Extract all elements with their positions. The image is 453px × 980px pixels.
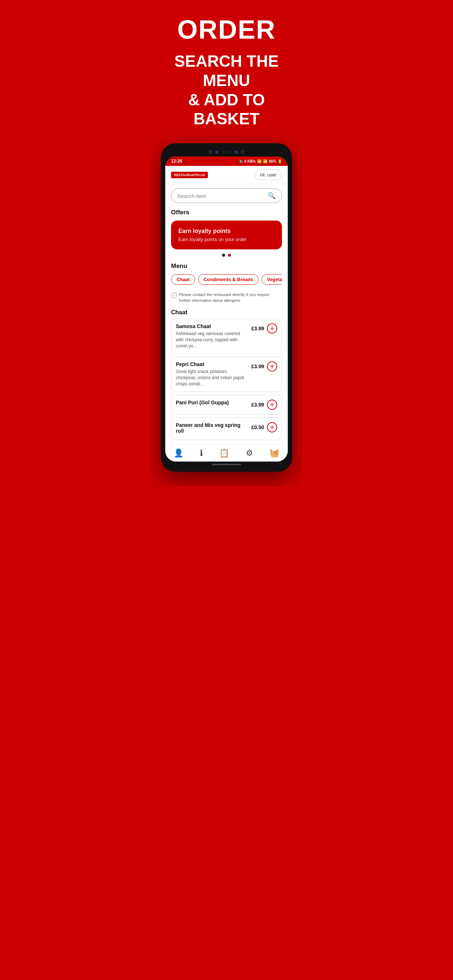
status-time: 12:26 <box>171 159 182 164</box>
offers-card-subtitle: Earn loyalty points on your order <box>179 237 274 242</box>
add-button-2[interactable]: + <box>267 361 277 372</box>
notch-sensor <box>221 151 232 153</box>
wifi-icon: 📶 <box>257 159 262 163</box>
app-content: Search item 🔍 Offers Earn loyalty points… <box>165 184 288 444</box>
nav-settings[interactable]: ⚙ <box>246 449 253 458</box>
page-wrapper: ORDER SEARCH THE MENU & ADD TO BASKET 12… <box>151 0 302 486</box>
item-price-4: £0.50 <box>251 425 264 430</box>
nav-menu[interactable]: 📋 <box>219 449 229 458</box>
item-price-3: £3.99 <box>251 402 264 407</box>
offers-section-title: Offers <box>171 209 282 216</box>
item-price-add-4: £0.50 + <box>251 422 277 433</box>
item-info-1: Samosa Chaat Ashirwaad veg samosas cover… <box>176 323 248 349</box>
allergen-info-icon: i <box>171 293 177 298</box>
allergen-notice: i Please contact the restaurant directly… <box>171 289 282 306</box>
hi-user-button[interactable]: Hi, user <box>255 170 282 180</box>
menu-item-spring-roll[interactable]: Paneer and Mix veg spring roll £0.50 + <box>171 417 282 440</box>
item-price-add-3: £3.99 + <box>251 399 277 410</box>
app-header: RESTAURANTPLUS Hi, user <box>165 166 288 184</box>
phone-screen: 12:26 🔇 0 KB/s 📶 📶 66% 🔋 RESTAURANTPLUS … <box>165 156 288 461</box>
bottom-nav: 👤 ℹ 📋 ⚙ 🧺 <box>165 444 288 461</box>
item-desc-2: Great light snack potatoes, chickpeas, o… <box>176 369 248 387</box>
nav-info[interactable]: ℹ <box>200 449 203 458</box>
item-name-3: Pani Puri (Gol Guppa) <box>176 399 248 406</box>
add-button-4[interactable]: + <box>267 422 277 433</box>
item-name-1: Samosa Chaat <box>176 323 248 329</box>
offers-card-title: Earn loyalty points <box>179 228 274 234</box>
phone-frame: 12:26 🔇 0 KB/s 📶 📶 66% 🔋 RESTAURANTPLUS … <box>161 143 292 472</box>
search-placeholder: Search item <box>177 193 268 199</box>
search-bar[interactable]: Search item 🔍 <box>171 188 282 203</box>
notch-camera <box>209 150 212 154</box>
menu-icon: 📋 <box>219 449 229 458</box>
settings-icon: ⚙ <box>246 449 253 458</box>
phone-notch <box>165 148 288 156</box>
phone-bottom <box>165 461 288 468</box>
basket-icon: 🧺 <box>270 449 279 458</box>
nav-basket[interactable]: 🧺 <box>270 449 279 458</box>
menu-item-samosa-chaat[interactable]: Samosa Chaat Ashirwaad veg samosas cover… <box>171 319 282 354</box>
menu-item-pani-puri[interactable]: Pani Puri (Gol Guppa) £3.99 + <box>171 395 282 415</box>
dot-1 <box>222 254 225 257</box>
menu-tabs: Chaat Condiments & Breads Vegetari... <box>171 274 282 285</box>
profile-icon: 👤 <box>174 449 183 458</box>
item-price-add-1: £3.99 + <box>251 323 277 334</box>
signal-icon: 📶 <box>263 159 267 163</box>
brand-logo: RESTAURANTPLUS <box>171 172 208 178</box>
item-name-2: Pepri Chaat <box>176 361 248 367</box>
category-heading: Chaat <box>171 309 282 316</box>
item-name-4: Paneer and Mix veg spring roll <box>176 422 248 434</box>
carousel-dots <box>171 254 282 257</box>
search-icon[interactable]: 🔍 <box>268 192 276 200</box>
notch-dot-left <box>215 151 218 153</box>
battery-icon: 🔋 <box>278 159 282 163</box>
item-info-2: Pepri Chaat Great light snack potatoes, … <box>176 361 248 387</box>
data-indicator: 0 KB/s <box>244 159 256 163</box>
item-desc-1: Ashirwaad veg samosas covered with chick… <box>176 331 248 349</box>
add-button-3[interactable]: + <box>267 399 277 410</box>
menu-item-pepri-chaat[interactable]: Pepri Chaat Great light snack potatoes, … <box>171 356 282 391</box>
battery-level: 66% <box>269 159 276 163</box>
notch-dot-right <box>235 151 238 153</box>
item-info-4: Paneer and Mix veg spring roll <box>176 422 248 435</box>
status-icons: 🔇 0 KB/s 📶 📶 66% 🔋 <box>239 159 282 163</box>
hero-subtitle: SEARCH THE MENU & ADD TO BASKET <box>151 52 302 129</box>
info-icon: ℹ <box>200 449 203 458</box>
nav-profile[interactable]: 👤 <box>174 449 183 458</box>
add-button-1[interactable]: + <box>267 323 277 334</box>
tab-vegetarian[interactable]: Vegetari... <box>262 274 282 285</box>
tab-chaat[interactable]: Chaat <box>171 274 195 285</box>
hero-order-title: ORDER <box>177 14 276 45</box>
notch-camera-right <box>241 150 244 154</box>
item-price-2: £3.99 <box>251 363 264 369</box>
home-indicator <box>212 464 241 465</box>
offers-card[interactable]: Earn loyalty points Earn loyalty points … <box>171 221 282 250</box>
item-price-add-2: £3.99 + <box>251 361 277 372</box>
status-bar: 12:26 🔇 0 KB/s 📶 📶 66% 🔋 <box>165 156 288 166</box>
tab-condiments-breads[interactable]: Condiments & Breads <box>198 274 258 285</box>
dot-2 <box>228 254 231 257</box>
item-info-3: Pani Puri (Gol Guppa) <box>176 399 248 407</box>
item-price-1: £3.99 <box>251 326 264 331</box>
mute-icon: 🔇 <box>239 159 243 163</box>
allergen-text: Please contact the restaurant directly i… <box>179 292 282 303</box>
menu-section-title: Menu <box>171 262 282 270</box>
